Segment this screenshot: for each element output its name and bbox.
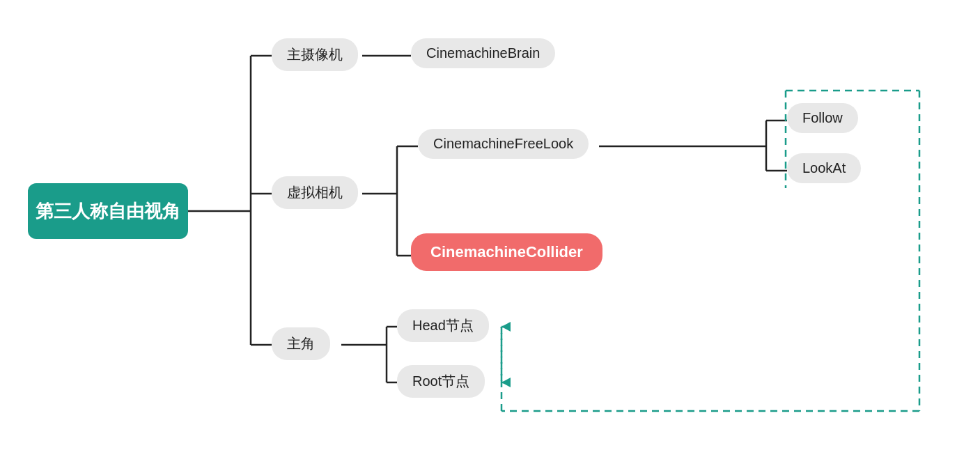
root-jiedian-label: Root节点 (412, 372, 469, 391)
cinemachine-freelook-label: CinemachineFreeLook (433, 136, 573, 152)
diagram-container: 第三人称自由视角 主摄像机 CinemachineBrain 虚拟相机 Cine… (0, 0, 980, 450)
root-label: 第三人称自由视角 (36, 199, 180, 224)
cinemachine-freelook-node: CinemachineFreeLook (418, 129, 589, 159)
cinemachine-collider-node: CinemachineCollider (411, 233, 602, 271)
lookat-node: LookAt (787, 153, 861, 183)
zhu-shexianji-label: 主摄像机 (287, 45, 343, 64)
xuni-xiangi-label: 虚拟相机 (287, 183, 343, 202)
follow-node: Follow (787, 103, 858, 133)
zhu-jue-node: 主角 (272, 327, 330, 360)
root-node: 第三人称自由视角 (28, 183, 188, 239)
head-jiedian-node: Head节点 (397, 309, 489, 342)
svg-marker-26 (501, 378, 511, 387)
zhu-jue-label: 主角 (287, 334, 315, 353)
svg-marker-24 (501, 322, 511, 332)
head-jiedian-label: Head节点 (412, 316, 474, 335)
cinemachine-brain-label: CinemachineBrain (426, 45, 540, 61)
root-jiedian-node: Root节点 (397, 365, 485, 398)
follow-label: Follow (802, 110, 843, 126)
lookat-label: LookAt (802, 160, 846, 176)
zhu-shexianji-node: 主摄像机 (272, 38, 358, 71)
cinemachine-brain-node: CinemachineBrain (411, 38, 555, 68)
xuni-xiangi-node: 虚拟相机 (272, 176, 358, 209)
cinemachine-collider-label: CinemachineCollider (430, 243, 583, 261)
